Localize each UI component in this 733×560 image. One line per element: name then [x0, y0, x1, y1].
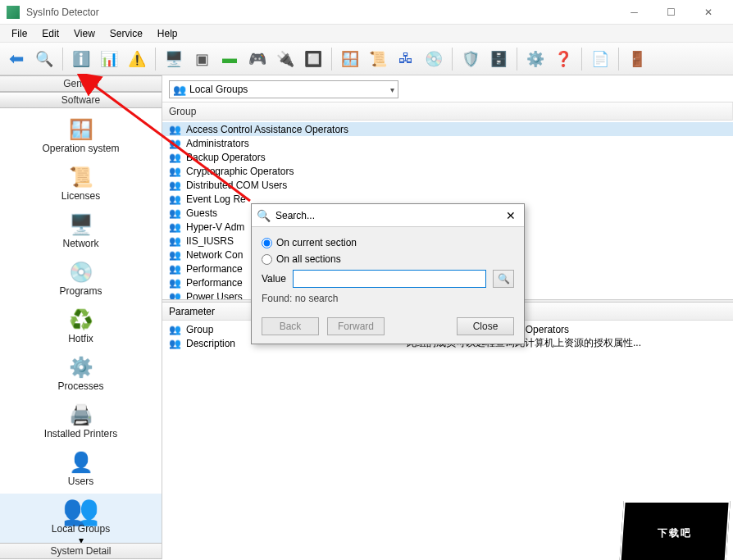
cpu-icon[interactable]: ▣	[189, 46, 215, 72]
dialog-close-button[interactable]: ✕	[503, 209, 519, 222]
minimize-button[interactable]: ─	[616, 1, 653, 24]
nav-processes[interactable]: ⚙️Processes	[0, 351, 162, 398]
separator	[517, 48, 517, 71]
menu-help[interactable]: Help	[151, 26, 184, 41]
board-icon[interactable]: 🔲	[300, 46, 326, 72]
window-title: SysInfo Detector	[26, 7, 616, 18]
monitor-icon[interactable]: 📊	[96, 46, 122, 72]
separator	[62, 48, 63, 71]
search-icon: 🔍	[257, 209, 271, 222]
shield-icon[interactable]: 🛡️	[458, 46, 484, 72]
close-button[interactable]: ✕	[690, 1, 726, 24]
search-dialog: 🔍 Search... ✕ On current section On all …	[251, 203, 525, 344]
radio-all-sections[interactable]: On all sections	[262, 252, 514, 266]
search-go-button[interactable]: 🔍	[493, 270, 514, 288]
dialog-titlebar[interactable]: 🔍 Search... ✕	[252, 204, 524, 227]
list-item[interactable]: 👥Access Control Assistance Operators	[162, 122, 733, 136]
network-icon: 🖥️	[68, 212, 94, 238]
list-item[interactable]: 👥Distributed COM Users	[162, 178, 733, 192]
menu-service[interactable]: Service	[103, 26, 149, 41]
nav-hotfix[interactable]: ♻️Hotfix	[0, 303, 162, 351]
nav-users[interactable]: 👤Users	[0, 446, 162, 494]
value-label: Value	[262, 273, 286, 285]
license-icon: 📜	[68, 164, 94, 190]
accordion-general[interactable]: General	[0, 75, 162, 92]
windows-icon[interactable]: 🪟	[337, 46, 363, 72]
corner-logo: 下载吧	[619, 501, 730, 560]
users-group-icon: 👥	[169, 124, 183, 135]
separator	[331, 48, 332, 71]
accordion-body: 🪟Operation system 📜Licenses 🖥️Network 💿P…	[0, 108, 162, 543]
close-dialog-button[interactable]: Close	[457, 317, 514, 335]
report-icon[interactable]: 📄	[587, 46, 613, 72]
nav-licenses[interactable]: 📜Licenses	[0, 161, 162, 208]
separator	[581, 48, 582, 71]
nav-programs[interactable]: 💿Programs	[0, 256, 162, 303]
printer-icon: 🖨️	[68, 402, 94, 428]
forward-button[interactable]: Forward	[327, 317, 385, 335]
users-group-icon: 👥	[169, 291, 183, 300]
server-icon[interactable]: 🖥️	[161, 46, 187, 72]
disc-icon[interactable]: 💿	[421, 46, 447, 72]
menu-view[interactable]: View	[67, 26, 102, 41]
toolbar: ⬅ 🔍 ℹ️ 📊 ⚠️ 🖥️ ▣ ▬ 🎮 🔌 🔲 🪟 📜 🖧 💿 🛡️ 🗄️ ⚙…	[0, 43, 733, 75]
users-group-icon: 👥	[169, 138, 183, 149]
users-group-icon: 👥	[169, 249, 183, 261]
nav-local-groups[interactable]: 👥Local Groups▾	[0, 494, 162, 543]
disc-icon: 💿	[68, 259, 94, 285]
maximize-button[interactable]: ☐	[653, 1, 690, 24]
drive-icon[interactable]: 🗄️	[485, 46, 512, 72]
pin-button[interactable]: ▾	[79, 535, 84, 543]
users-group-icon: 👥	[169, 221, 183, 233]
ram-icon[interactable]: ▬	[216, 46, 243, 72]
back-icon[interactable]: ⬅	[3, 46, 30, 72]
users-group-icon: 👥	[169, 180, 183, 191]
windows-icon: 🪟	[68, 116, 94, 143]
separator	[155, 48, 156, 71]
usb-icon[interactable]: 🔌	[272, 46, 298, 72]
search-icon[interactable]: 🔍	[31, 46, 57, 72]
group-column-header[interactable]: Group	[162, 102, 733, 121]
recycle-icon: ♻️	[68, 307, 94, 333]
back-button[interactable]: Back	[262, 317, 319, 335]
list-item[interactable]: 👥Cryptographic Operators	[162, 164, 733, 178]
network-icon[interactable]: 🖧	[393, 46, 419, 72]
list-item[interactable]: 👥Backup Operators	[162, 150, 733, 164]
accordion-software[interactable]: Software	[0, 92, 162, 108]
user-icon: 👤	[68, 449, 94, 476]
list-item[interactable]: 👥Administrators	[162, 136, 733, 150]
menubar: File Edit View Service Help	[0, 25, 733, 43]
users-group-icon: 👥	[173, 84, 186, 96]
gpu-icon[interactable]: 🎮	[244, 46, 271, 72]
users-group-icon: 👥	[169, 235, 183, 247]
nav-operation-system[interactable]: 🪟Operation system	[0, 113, 162, 161]
titlebar: SysInfo Detector ─ ☐ ✕	[0, 0, 733, 25]
users-group-icon: 👥	[169, 152, 183, 163]
gear-icon[interactable]: ⚙️	[522, 46, 549, 72]
users-group-icon: 👥	[169, 338, 183, 349]
users-group-icon: 👥	[169, 263, 183, 275]
license-icon[interactable]: 📜	[365, 46, 391, 72]
exit-icon[interactable]: 🚪	[624, 46, 650, 72]
users-group-icon: 👥	[169, 207, 183, 219]
help-icon[interactable]: ❓	[550, 46, 576, 72]
info-icon[interactable]: ℹ️	[68, 46, 94, 72]
users-group-icon: 👥	[169, 277, 183, 289]
app-icon	[7, 6, 20, 19]
menu-edit[interactable]: Edit	[35, 26, 66, 41]
gear-icon: ⚙️	[68, 354, 94, 380]
accordion-system-detail[interactable]: System Detail	[0, 543, 162, 559]
separator	[452, 48, 453, 71]
users-group-icon: 👥	[68, 497, 94, 523]
nav-installed-printers[interactable]: 🖨️Installed Printers	[0, 398, 162, 446]
users-group-icon: 👥	[169, 193, 183, 205]
radio-current-section[interactable]: On current section	[262, 235, 514, 250]
separator	[618, 48, 619, 71]
search-value-input[interactable]	[293, 270, 486, 288]
menu-file[interactable]: File	[5, 26, 34, 41]
sidebar: General Software 🪟Operation system 📜Lice…	[0, 75, 162, 559]
search-result-label: Found: no search	[262, 293, 514, 304]
nav-network[interactable]: 🖥️Network	[0, 208, 162, 256]
warning-icon[interactable]: ⚠️	[124, 46, 150, 72]
category-dropdown[interactable]: 👥 Local Groups ▾	[169, 80, 398, 98]
